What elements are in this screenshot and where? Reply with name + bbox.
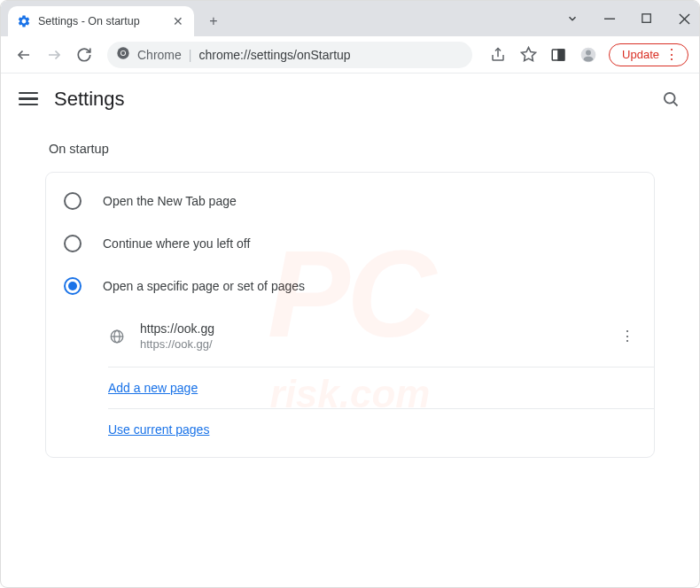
address-divider: | [189, 48, 192, 62]
use-current-pages-link[interactable]: Use current pages [108, 422, 209, 437]
gear-icon [17, 14, 31, 28]
window-controls [564, 1, 692, 36]
svg-line-16 [673, 102, 677, 105]
chrome-logo-icon [116, 46, 130, 63]
search-icon[interactable] [660, 89, 681, 110]
section-title: On startup [49, 142, 655, 156]
svg-point-15 [665, 92, 675, 103]
tab-title: Settings - On startup [38, 15, 140, 27]
link-row: Use current pages [108, 408, 654, 450]
settings-header: Settings [1, 74, 699, 124]
radio-label: Open a specific page or set of pages [103, 279, 305, 293]
startup-page-entry: https://ook.gg https://ook.gg/ ⋮ [108, 313, 654, 360]
close-window-icon[interactable] [676, 11, 692, 27]
update-button[interactable]: Update ⋮ [609, 43, 688, 66]
address-origin: Chrome [137, 48, 182, 62]
side-panel-icon[interactable] [548, 45, 568, 65]
forward-button[interactable] [42, 43, 66, 67]
startup-page-url: https://ook.gg/ [140, 337, 604, 351]
page-info: https://ook.gg https://ook.gg/ [140, 321, 604, 351]
new-tab-button[interactable]: + [201, 9, 226, 34]
tab-bar: Settings - On startup ✕ + [1, 1, 699, 36]
address-url: chrome://settings/onStartup [198, 48, 350, 62]
page-entry-menu-icon[interactable]: ⋮ [618, 328, 636, 345]
back-button[interactable] [12, 43, 36, 67]
startup-pages-section: https://ook.gg https://ook.gg/ ⋮ Add a n… [46, 307, 654, 450]
toolbar: Chrome | chrome://settings/onStartup Upd… [1, 36, 699, 74]
radio-label: Continue where you left off [103, 236, 250, 251]
startup-options-card: Open the New Tab page Continue where you… [45, 172, 655, 458]
link-row: Add a new page [108, 367, 654, 408]
update-label: Update [622, 48, 659, 61]
radio-label: Open the New Tab page [103, 194, 237, 208]
close-tab-icon[interactable]: ✕ [171, 14, 185, 28]
svg-marker-10 [521, 48, 535, 61]
menu-dots-icon: ⋮ [665, 48, 679, 62]
radio-new-tab[interactable]: Open the New Tab page [46, 180, 654, 222]
startup-page-title: https://ook.gg [140, 321, 604, 336]
address-bar[interactable]: Chrome | chrome://settings/onStartup [107, 42, 472, 68]
radio-specific-pages[interactable]: Open a specific page or set of pages [46, 265, 654, 307]
page-title: Settings [54, 88, 125, 111]
reload-button[interactable] [72, 43, 97, 67]
hamburger-menu-icon[interactable] [19, 89, 38, 109]
svg-rect-1 [642, 14, 650, 22]
add-page-link[interactable]: Add a new page [108, 381, 198, 395]
svg-point-14 [586, 50, 591, 55]
svg-point-8 [121, 51, 125, 55]
maximize-icon[interactable] [639, 11, 655, 27]
minimize-icon[interactable] [602, 11, 618, 27]
svg-rect-12 [558, 50, 564, 60]
share-icon[interactable] [488, 45, 508, 65]
radio-icon [64, 235, 82, 252]
svg-rect-0 [604, 18, 615, 19]
radio-icon [64, 192, 82, 210]
profile-icon[interactable] [579, 45, 598, 65]
globe-icon [108, 328, 126, 345]
star-icon[interactable] [518, 45, 538, 65]
radio-continue[interactable]: Continue where you left off [46, 222, 654, 265]
chevron-down-icon[interactable] [564, 11, 580, 27]
radio-icon [64, 277, 82, 295]
content-area: On startup Open the New Tab page Continu… [1, 124, 699, 476]
browser-tab[interactable]: Settings - On startup ✕ [8, 6, 194, 36]
